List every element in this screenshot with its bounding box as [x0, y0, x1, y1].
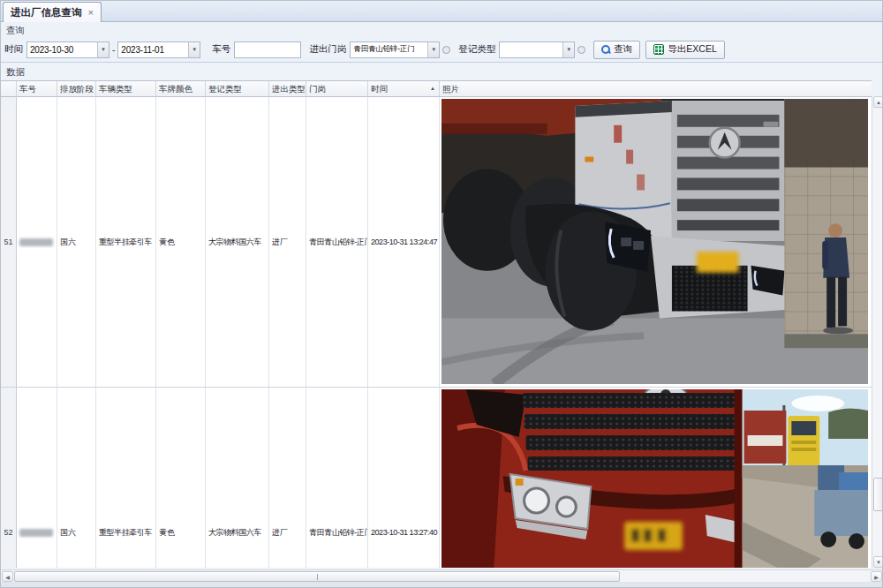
search-icon [601, 45, 610, 54]
regtype-combo-clear-icon[interactable] [577, 46, 585, 54]
row-photo-silver-truck [442, 99, 868, 384]
app-window: 进出厂信息查询 × 查询 时间 2023-10-30 ▾ - 2023-11-0… [0, 0, 883, 588]
col-header-emission[interactable]: 排放阶段 [57, 81, 96, 97]
plate-label: 车号 [212, 43, 230, 56]
chevron-down-icon[interactable]: ▾ [188, 42, 200, 57]
col-header-plate-color[interactable]: 车牌颜色 [156, 81, 206, 97]
scroll-down-icon[interactable]: ▼ [873, 556, 883, 568]
cell-plate-color: 黄色 [156, 388, 206, 568]
scroll-left-icon[interactable]: ◀ [2, 571, 13, 582]
search-button[interactable]: 查询 [593, 41, 640, 59]
cell-vehicle-type: 重型半挂牵引车 [96, 388, 156, 568]
cell-gate: 青田青山铅锌-正门 [306, 388, 368, 568]
col-header-reg-type[interactable]: 登记类型 [206, 81, 269, 97]
col-header-gate[interactable]: 门岗 [306, 81, 368, 97]
date-range-separator: - [112, 45, 115, 55]
row-number: 52 [1, 388, 17, 568]
chevron-down-icon[interactable]: ▾ [427, 42, 439, 57]
data-panel-header: 数据 [1, 64, 883, 80]
vertical-scroll-thumb[interactable] [873, 478, 883, 511]
time-label: 时间 [4, 43, 23, 56]
horizontal-scrollbar[interactable]: ◀ ▶ [1, 569, 883, 582]
query-panel: 查询 时间 2023-10-30 ▾ - 2023-11-01 ▾ 车号 进出门… [1, 22, 883, 63]
cell-gate: 青田青山铅锌-正门 [306, 97, 368, 388]
query-fields-row: 时间 2023-10-30 ▾ - 2023-11-01 ▾ 车号 进出门岗 青… [1, 38, 883, 61]
gate-label: 进出门岗 [309, 43, 346, 56]
cell-photo [440, 388, 872, 568]
cell-plate-color: 黄色 [156, 97, 206, 388]
status-bar [1, 582, 883, 588]
date-from-picker[interactable]: 2023-10-30 ▾ [26, 41, 109, 58]
gate-combobox[interactable]: 青田青山铅锌-正门 ▾ [350, 41, 440, 58]
row-number: 51 [1, 97, 17, 388]
date-from-value: 2023-10-30 [30, 45, 97, 55]
gate-combo-clear-icon[interactable] [442, 46, 450, 54]
cell-reg-type: 大宗物料国六车 [206, 97, 269, 388]
col-header-inout-type[interactable]: 进出类型 [269, 81, 306, 97]
blurred-plate [19, 529, 53, 537]
tab-bar: 进出厂信息查询 × [1, 1, 883, 22]
col-header-photo[interactable]: 照片 [440, 81, 872, 97]
regtype-label: 登记类型 [458, 43, 495, 56]
col-header-vehicle-type[interactable]: 车辆类型 [96, 81, 156, 97]
cell-emission: 国六 [57, 97, 96, 388]
cell-time: 2023-10-31 13:27:40 [368, 388, 440, 568]
grid-header-row: 车号 排放阶段 车辆类型 车牌颜色 登记类型 进出类型 门岗 时间 ▲ 照片 [1, 81, 872, 97]
plate-input[interactable] [234, 41, 301, 58]
row-indicator-header [1, 81, 17, 97]
chevron-down-icon[interactable]: ▾ [97, 42, 109, 57]
cell-emission: 国六 [57, 388, 96, 568]
query-group-label: 查询 [1, 22, 883, 36]
col-header-time[interactable]: 时间 ▲ [368, 81, 440, 97]
vertical-scrollbar[interactable]: ▲ ▼ [872, 96, 883, 568]
cell-time: 2023-10-31 13:24:47 [368, 97, 440, 388]
date-to-picker[interactable]: 2023-11-01 ▾ [117, 41, 200, 58]
regtype-combobox[interactable]: ▾ [499, 41, 575, 58]
search-button-label: 查询 [614, 43, 632, 56]
chevron-down-icon[interactable]: ▾ [562, 42, 574, 57]
gate-value: 青田青山铅锌-正门 [353, 44, 427, 55]
export-button-label: 导出EXCEL [668, 43, 716, 56]
cell-inout-type: 进厂 [269, 97, 306, 388]
cell-reg-type: 大宗物料国六车 [206, 388, 269, 568]
cell-photo [440, 97, 872, 388]
sort-asc-icon: ▲ [430, 81, 435, 96]
tab-close-icon[interactable]: × [88, 8, 94, 18]
table-row[interactable]: 52 国六 重型半挂牵引车 黄色 大宗物料国六车 进厂 青田青山铅锌-正门 20… [1, 388, 872, 568]
cell-inout-type: 进厂 [269, 388, 306, 568]
horizontal-scroll-thumb[interactable] [14, 571, 620, 582]
data-group-label: 数据 [1, 64, 883, 78]
table-row[interactable]: 51 国六 重型半挂牵引车 黄色 大宗物料国六车 进厂 青田青山铅锌-正门 20… [1, 97, 872, 388]
export-excel-button[interactable]: 导出EXCEL [645, 41, 724, 59]
col-header-time-label: 时间 [371, 84, 388, 94]
scroll-right-icon[interactable]: ▶ [871, 571, 882, 582]
col-header-plate[interactable]: 车号 [17, 81, 57, 97]
cell-plate [17, 97, 57, 388]
tab-title: 进出厂信息查询 [11, 6, 82, 19]
data-grid: 车号 排放阶段 车辆类型 车牌颜色 登记类型 进出类型 门岗 时间 ▲ 照片 5… [1, 80, 872, 568]
row-photo-red-truck [442, 389, 868, 568]
cell-vehicle-type: 重型半挂牵引车 [96, 97, 156, 388]
scroll-up-icon[interactable]: ▲ [873, 96, 883, 108]
date-to-value: 2023-11-01 [121, 45, 188, 55]
excel-icon [653, 44, 664, 55]
tab-entry-exit-query[interactable]: 进出厂信息查询 × [3, 2, 102, 22]
blurred-plate [19, 238, 53, 246]
cell-plate [17, 388, 57, 568]
